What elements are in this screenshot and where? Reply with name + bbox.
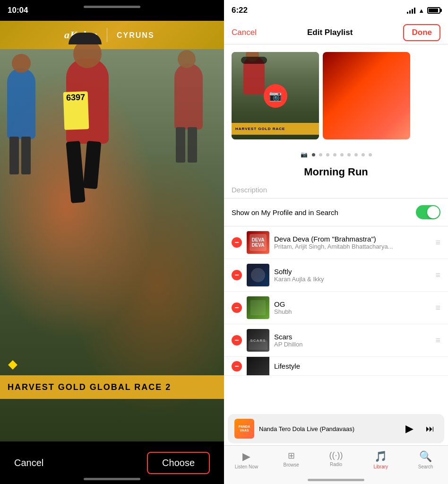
dot-9 (369, 153, 372, 156)
song-art-5 (247, 357, 269, 376)
description-area[interactable]: Description (224, 182, 448, 199)
fast-forward-button[interactable]: ⏭ (422, 421, 438, 436)
browse-label: Browse (284, 462, 299, 467)
remove-button-1[interactable]: − (232, 237, 242, 248)
song-artist-3: Shubh (274, 308, 431, 315)
status-icons: ▲ (407, 7, 440, 14)
bib-number: 6397 (63, 91, 89, 130)
library-icon: 🎵 (374, 450, 387, 463)
remove-button-4[interactable]: − (232, 335, 242, 346)
song-title-2: Softly (274, 268, 431, 276)
tab-listen-now[interactable]: ▶ Listen Now (224, 450, 269, 469)
toggle-row: Show on My Profile and in Search (224, 199, 448, 226)
dot-indicators: 📷 (224, 147, 448, 162)
song-artist-1: Pritam, Arijit Singh, Amitabh Bhattachar… (274, 243, 431, 250)
radio-label: Radio (330, 462, 342, 467)
playlist-second-image (323, 52, 410, 139)
listen-now-icon: ▶ (242, 450, 250, 463)
wifi-icon: ▲ (418, 7, 424, 14)
tab-radio[interactable]: ((·)) Radio (314, 450, 359, 467)
camera-dot-icon: 📷 (301, 151, 308, 158)
song-item-4: − SCARS Scars AP Dhillon ≡ (224, 324, 448, 357)
signal-bar-1 (407, 12, 408, 14)
description-placeholder[interactable]: Description (232, 186, 267, 194)
nav-bar: Cancel Edit Playlist Done (224, 21, 448, 44)
tab-browse[interactable]: ⊞ Browse (269, 450, 314, 467)
divider (107, 28, 107, 42)
cancel-button[interactable]: Cancel (232, 28, 257, 37)
profile-search-toggle[interactable] (416, 205, 440, 219)
drag-handle-1[interactable]: ≡ (435, 238, 440, 248)
home-indicator (308, 479, 364, 481)
battery-icon (427, 7, 440, 14)
listen-now-label: Listen Now (235, 464, 258, 469)
search-icon: 🔍 (419, 450, 432, 463)
signal-bar-4 (414, 8, 415, 14)
tab-search[interactable]: 🔍 Search (403, 450, 448, 469)
toggle-knob (427, 206, 439, 218)
playlist-main-image[interactable]: HARVEST GOLD RACE 📷 (232, 52, 319, 139)
song-info-3: OG Shubh (274, 300, 431, 315)
left-drag-handle (84, 6, 140, 8)
dot-4 (333, 153, 336, 156)
song-list: − DEVADEVA Deva Deva (From "Brahmastra")… (224, 226, 448, 414)
song-item: − DEVADEVA Deva Deva (From "Brahmastra")… (224, 226, 448, 259)
remove-button-3[interactable]: − (232, 302, 242, 313)
tab-library[interactable]: 🎵 Library (358, 450, 403, 469)
signal-bar-2 (409, 10, 411, 14)
dot-2 (319, 153, 322, 156)
mini-player-title: Nanda Tero Dola Live (Pandavaas) (259, 425, 397, 432)
playlist-title-area: Morning Run (224, 162, 448, 182)
left-bottom-bar: Cancel Choose (0, 441, 224, 484)
dot-6 (347, 153, 351, 156)
done-button[interactable]: Done (403, 24, 440, 41)
mini-player-art: PANDAVAAS (234, 419, 254, 439)
drag-handle-2[interactable]: ≡ (435, 270, 440, 280)
song-title-4: Scars (274, 333, 431, 341)
playlist-images: HARVEST GOLD RACE 📷 (224, 44, 448, 147)
song-artist-2: Karan Aujla & Ikky (274, 276, 431, 283)
mini-player[interactable]: PANDAVAAS Nanda Tero Dola Live (Pandavaa… (228, 414, 444, 443)
playlist-title[interactable]: Morning Run (232, 166, 440, 178)
right-panel: 6:22 ▲ Cancel Edit Playlist Done (224, 0, 448, 484)
cyrus-logo: CYRUNS (113, 26, 161, 44)
playlist-img-bg: HARVEST GOLD RACE 📷 (232, 52, 319, 139)
signal-bars-icon (407, 7, 415, 14)
song-art-4: SCARS (247, 329, 269, 352)
song-title-3: OG (274, 300, 431, 308)
left-status-bar: 10:04 (0, 0, 224, 21)
song-artist-4: AP Dhillon (274, 341, 431, 348)
race-banner-top: aKalaa CYRUNS (0, 21, 224, 49)
dot-8 (362, 153, 365, 156)
dot-3 (326, 153, 329, 156)
right-status-bar: 6:22 ▲ (224, 0, 448, 21)
tab-bar: ▶ Listen Now ⊞ Browse ((·)) Radio 🎵 Libr… (224, 445, 448, 484)
left-cancel-button[interactable]: Cancel (14, 458, 43, 468)
choose-button[interactable]: Choose (147, 452, 210, 474)
nav-title: Edit Playlist (307, 28, 353, 37)
song-info-4: Scars AP Dhillon (274, 333, 431, 348)
drag-handle-4[interactable]: ≡ (435, 336, 440, 346)
race-banner-text: HARVEST GOLD GLOBAL RACE 2 (8, 382, 171, 392)
song-art-1: DEVADEVA (247, 231, 269, 254)
left-image-area: aKalaa CYRUNS (0, 21, 224, 441)
remove-button-2[interactable]: − (232, 270, 242, 280)
camera-overlay-icon[interactable]: 📷 (264, 84, 287, 108)
play-button[interactable]: ▶ (402, 421, 417, 436)
dot-5 (340, 153, 344, 156)
remove-button-5[interactable]: − (232, 361, 242, 372)
song-art-2 (247, 264, 269, 286)
song-item-2: − Softly Karan Aujla & Ikky ≡ (224, 259, 448, 292)
gold-diamond (8, 360, 17, 370)
toggle-label: Show on My Profile and in Search (232, 208, 338, 216)
song-item-5-partial: − Lifestyle (224, 357, 448, 376)
search-label: Search (418, 464, 433, 469)
drag-handle-3[interactable]: ≡ (435, 303, 440, 313)
battery-fill (429, 9, 438, 12)
left-panel: 10:04 aKalaa CYRUNS (0, 0, 224, 484)
svg-text:CYRUNS: CYRUNS (117, 31, 155, 39)
song-info-1: Deva Deva (From "Brahmastra") Pritam, Ar… (274, 235, 431, 250)
race-banner-bottom: HARVEST GOLD GLOBAL RACE 2 (0, 375, 224, 399)
left-time: 10:04 (8, 6, 28, 15)
song-art-3 (247, 296, 269, 319)
